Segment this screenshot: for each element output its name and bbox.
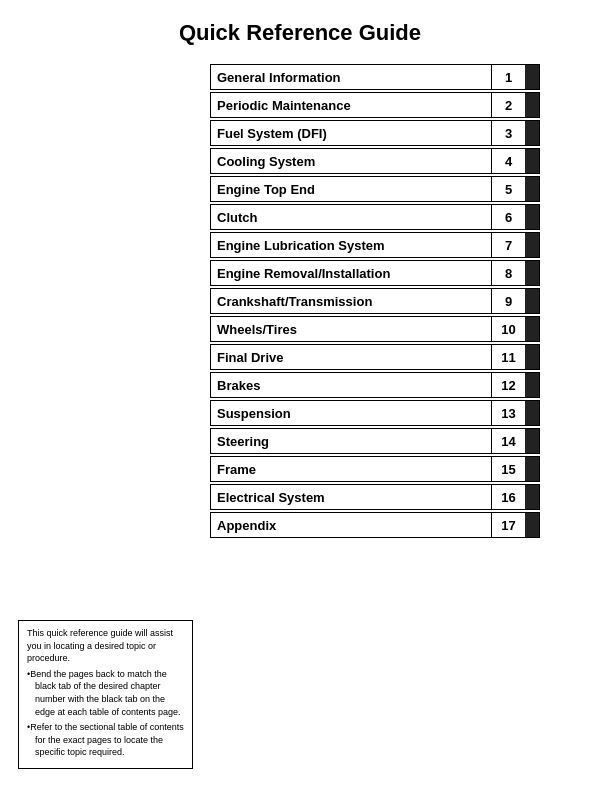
toc-row[interactable]: Periodic Maintenance2 [210, 92, 540, 118]
toc-label: Engine Removal/Installation [211, 261, 491, 285]
toc-label: Wheels/Tires [211, 317, 491, 341]
toc-black-tab [525, 261, 539, 285]
toc-number: 17 [491, 513, 525, 537]
toc-number: 9 [491, 289, 525, 313]
toc-label: Brakes [211, 373, 491, 397]
toc-row[interactable]: Fuel System (DFI)3 [210, 120, 540, 146]
toc-row[interactable]: Frame15 [210, 456, 540, 482]
toc-number: 2 [491, 93, 525, 117]
toc-row[interactable]: Crankshaft/Transmission9 [210, 288, 540, 314]
toc-label: Final Drive [211, 345, 491, 369]
toc-label: Electrical System [211, 485, 491, 509]
toc-label: Clutch [211, 205, 491, 229]
note-line1: This quick reference guide will assist y… [27, 627, 184, 665]
toc-number: 16 [491, 485, 525, 509]
toc-label: Steering [211, 429, 491, 453]
toc-label: Cooling System [211, 149, 491, 173]
toc-black-tab [525, 373, 539, 397]
toc-number: 12 [491, 373, 525, 397]
note-box: This quick reference guide will assist y… [18, 620, 193, 769]
page-title: Quick Reference Guide [0, 20, 600, 46]
toc-black-tab [525, 149, 539, 173]
page: Quick Reference Guide General Informatio… [0, 0, 600, 799]
toc-row[interactable]: Engine Lubrication System7 [210, 232, 540, 258]
toc-number: 15 [491, 457, 525, 481]
toc-label: Engine Lubrication System [211, 233, 491, 257]
toc-row[interactable]: Final Drive11 [210, 344, 540, 370]
toc-black-tab [525, 121, 539, 145]
toc-label: Periodic Maintenance [211, 93, 491, 117]
toc-row[interactable]: Engine Removal/Installation8 [210, 260, 540, 286]
toc-number: 6 [491, 205, 525, 229]
toc-number: 11 [491, 345, 525, 369]
toc-black-tab [525, 513, 539, 537]
toc-row[interactable]: Brakes12 [210, 372, 540, 398]
toc-black-tab [525, 177, 539, 201]
toc-number: 8 [491, 261, 525, 285]
toc-number: 10 [491, 317, 525, 341]
toc-row[interactable]: Suspension13 [210, 400, 540, 426]
toc-label: Fuel System (DFI) [211, 121, 491, 145]
toc-number: 4 [491, 149, 525, 173]
toc-black-tab [525, 429, 539, 453]
toc-black-tab [525, 345, 539, 369]
toc-number: 14 [491, 429, 525, 453]
toc-label: General Information [211, 65, 491, 89]
note-line3: •Refer to the sectional table of content… [27, 721, 184, 759]
toc-row[interactable]: Engine Top End5 [210, 176, 540, 202]
toc-label: Suspension [211, 401, 491, 425]
toc-row[interactable]: Electrical System16 [210, 484, 540, 510]
toc-black-tab [525, 457, 539, 481]
toc-row[interactable]: Clutch6 [210, 204, 540, 230]
toc-number: 7 [491, 233, 525, 257]
toc-black-tab [525, 233, 539, 257]
toc-number: 13 [491, 401, 525, 425]
toc-number: 3 [491, 121, 525, 145]
note-line2: •Bend the pages back to match the black … [27, 668, 184, 718]
toc-row[interactable]: Wheels/Tires10 [210, 316, 540, 342]
toc-label: Engine Top End [211, 177, 491, 201]
toc-label: Crankshaft/Transmission [211, 289, 491, 313]
toc-black-tab [525, 401, 539, 425]
toc-black-tab [525, 65, 539, 89]
toc-black-tab [525, 289, 539, 313]
toc-label: Appendix [211, 513, 491, 537]
toc-black-tab [525, 485, 539, 509]
toc-number: 5 [491, 177, 525, 201]
toc-black-tab [525, 93, 539, 117]
toc-black-tab [525, 205, 539, 229]
toc-black-tab [525, 317, 539, 341]
toc-row[interactable]: Steering14 [210, 428, 540, 454]
toc-row[interactable]: Cooling System4 [210, 148, 540, 174]
toc-number: 1 [491, 65, 525, 89]
toc-label: Frame [211, 457, 491, 481]
toc-row[interactable]: General Information1 [210, 64, 540, 90]
toc-container: General Information1Periodic Maintenance… [210, 64, 540, 538]
toc-row[interactable]: Appendix17 [210, 512, 540, 538]
